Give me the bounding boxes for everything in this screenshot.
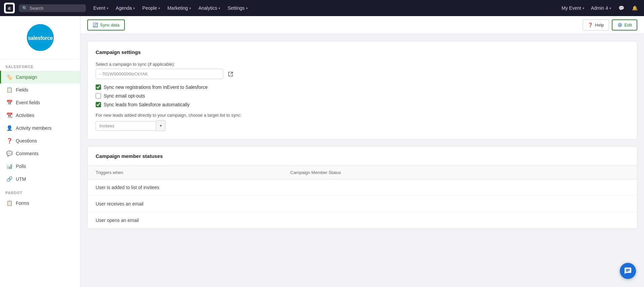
sidebar-item-campaign[interactable]: 🏷️ Campaign bbox=[0, 71, 80, 83]
checkbox-row-3: Sync leads from Salesforce automatically bbox=[96, 102, 629, 107]
sidebar-section-salesforce: SALESFORCE bbox=[0, 59, 80, 71]
event-fields-icon: 📅 bbox=[6, 100, 12, 106]
message-button[interactable]: 💬 bbox=[616, 3, 627, 13]
sidebar-item-questions[interactable]: ❓ Questions bbox=[0, 134, 80, 147]
checkbox-row-1: Sync new registrations from InEvent to S… bbox=[96, 84, 629, 90]
nav-label-analytics: Analytics bbox=[198, 5, 217, 11]
target-list-select[interactable]: Invitees bbox=[96, 121, 156, 131]
nav-item-agenda[interactable]: Agenda ▾ bbox=[112, 3, 138, 13]
sidebar-label-utm: UTM bbox=[16, 176, 26, 182]
chevron-down-icon: ▾ bbox=[189, 6, 191, 10]
sidebar-logo: salesforce bbox=[0, 16, 80, 59]
sidebar-item-forms[interactable]: 📋 Forms bbox=[0, 197, 80, 210]
sidebar-section-pardot: PARDOT bbox=[0, 185, 80, 197]
sidebar-item-event-fields[interactable]: 📅 Event fields bbox=[0, 96, 80, 109]
help-label: Help bbox=[595, 22, 604, 27]
sync-email-optouts-label: Sync email opt-outs bbox=[104, 93, 145, 99]
fields-icon: 📋 bbox=[6, 87, 12, 93]
chevron-down-icon: ▾ bbox=[133, 6, 135, 10]
message-icon: 💬 bbox=[618, 5, 624, 11]
target-list-select-wrapper: Invitees ▾ bbox=[96, 120, 629, 131]
sync-registrations-label: Sync new registrations from InEvent to S… bbox=[104, 84, 208, 90]
campaign-select[interactable]: - 701WS000009IzCkYAK bbox=[96, 69, 223, 79]
sync-registrations-checkbox[interactable] bbox=[96, 84, 101, 90]
nav-label-people: People bbox=[142, 5, 157, 11]
campaign-select-label: Select a campaign to sync (if applicable… bbox=[96, 62, 629, 67]
trigger-cell-1: User is added to list of invitees bbox=[96, 185, 290, 190]
sync-email-optouts-checkbox[interactable] bbox=[96, 93, 101, 99]
checkbox-row-2: Sync email opt-outs bbox=[96, 93, 629, 99]
table-row: User receives an email bbox=[88, 196, 637, 212]
notification-button[interactable]: 🔔 bbox=[629, 3, 640, 13]
admin-dropdown[interactable]: Admin 4 ▾ bbox=[589, 4, 613, 12]
trigger-cell-3: User opens an email bbox=[96, 218, 290, 223]
campaign-member-statuses-card: Campaign member statuses Triggers when C… bbox=[87, 146, 637, 229]
svg-text:iE: iE bbox=[8, 7, 11, 10]
sidebar-item-activity-members[interactable]: 👤 Activity members bbox=[0, 122, 80, 134]
chat-support-button[interactable] bbox=[620, 263, 636, 279]
my-event-dropdown[interactable]: My Event ▾ bbox=[559, 4, 586, 12]
sidebar-label-activities: Activities bbox=[16, 113, 34, 118]
campaign-select-wrapper: - 701WS000009IzCkYAK bbox=[96, 69, 629, 79]
table-row: User is added to list of invitees bbox=[88, 179, 637, 196]
sidebar-label-comments: Comments bbox=[16, 151, 39, 156]
sync-label: Sync data bbox=[100, 22, 119, 27]
edit-button[interactable]: ⚙️ Edit bbox=[612, 19, 637, 31]
sidebar-item-comments[interactable]: 💬 Comments bbox=[0, 147, 80, 160]
help-button[interactable]: ❓ Help bbox=[583, 19, 609, 31]
chevron-down-icon: ▾ bbox=[583, 6, 584, 10]
activities-icon: 📆 bbox=[6, 112, 12, 118]
forms-icon: 📋 bbox=[6, 200, 12, 206]
toolbar-left: 🔄 Sync data bbox=[87, 19, 125, 31]
gear-icon: ⚙️ bbox=[617, 22, 623, 27]
chevron-down-icon: ▾ bbox=[609, 6, 611, 10]
salesforce-logo: salesforce bbox=[27, 24, 54, 51]
nav-item-analytics[interactable]: Analytics ▾ bbox=[195, 3, 224, 13]
app-logo: iE bbox=[4, 3, 15, 13]
sidebar-label-campaign: Campaign bbox=[16, 74, 37, 80]
help-icon: ❓ bbox=[588, 22, 593, 27]
nav-menu: Event ▾ Agenda ▾ People ▾ Marketing ▾ An… bbox=[90, 3, 558, 13]
search-icon: 🔍 bbox=[22, 6, 28, 11]
questions-icon: ❓ bbox=[6, 138, 12, 144]
search-box[interactable]: 🔍 Search bbox=[19, 4, 86, 12]
comments-icon: 💬 bbox=[6, 151, 12, 157]
sync-data-button[interactable]: 🔄 Sync data bbox=[87, 19, 125, 31]
sidebar-label-polls: Polls bbox=[16, 164, 26, 169]
campaign-settings-card: Campaign settings Select a campaign to s… bbox=[87, 41, 637, 139]
activity-members-icon: 👤 bbox=[6, 125, 12, 131]
polls-icon: 📊 bbox=[6, 163, 12, 169]
nav-item-event[interactable]: Event ▾ bbox=[90, 3, 112, 13]
sync-icon: 🔄 bbox=[93, 22, 98, 27]
target-list-description: For new leads added directly to your cam… bbox=[96, 113, 629, 118]
sidebar-item-polls[interactable]: 📊 Polls bbox=[0, 160, 80, 173]
nav-label-settings: Settings bbox=[228, 5, 245, 11]
toolbar-right: ❓ Help ⚙️ Edit bbox=[583, 19, 637, 31]
col-header-status: Campaign Member Status bbox=[290, 170, 629, 175]
nav-item-people[interactable]: People ▾ bbox=[139, 3, 163, 13]
bell-icon: 🔔 bbox=[632, 5, 638, 11]
target-list-chevron: ▾ bbox=[156, 120, 165, 131]
nav-item-marketing[interactable]: Marketing ▾ bbox=[164, 3, 194, 13]
chevron-down-icon: ▾ bbox=[246, 6, 248, 10]
sidebar-label-forms: Forms bbox=[16, 200, 29, 206]
campaign-icon: 🏷️ bbox=[6, 74, 12, 80]
sidebar-item-fields[interactable]: 📋 Fields bbox=[0, 83, 80, 96]
sidebar-item-activities[interactable]: 📆 Activities bbox=[0, 109, 80, 122]
chevron-down-icon: ▾ bbox=[158, 6, 160, 10]
top-navigation: iE 🔍 Search Event ▾ Agenda ▾ People ▾ Ma… bbox=[0, 0, 644, 16]
sync-leads-checkbox[interactable] bbox=[96, 102, 101, 107]
nav-item-settings[interactable]: Settings ▾ bbox=[224, 3, 251, 13]
sidebar-label-activity-members: Activity members bbox=[16, 125, 52, 131]
campaign-settings-title: Campaign settings bbox=[96, 49, 629, 55]
nav-label-event: Event bbox=[93, 5, 105, 11]
sidebar: salesforce SALESFORCE 🏷️ Campaign 📋 Fiel… bbox=[0, 16, 81, 287]
content-area: Campaign settings Select a campaign to s… bbox=[81, 34, 644, 235]
sidebar-label-questions: Questions bbox=[16, 138, 37, 144]
sidebar-label-fields: Fields bbox=[16, 87, 28, 93]
col-header-trigger: Triggers when bbox=[96, 170, 290, 175]
search-placeholder: Search bbox=[30, 6, 43, 11]
external-link-button[interactable] bbox=[226, 69, 235, 79]
statuses-title: Campaign member statuses bbox=[88, 147, 637, 166]
sidebar-item-utm[interactable]: 🔗 UTM bbox=[0, 173, 80, 185]
